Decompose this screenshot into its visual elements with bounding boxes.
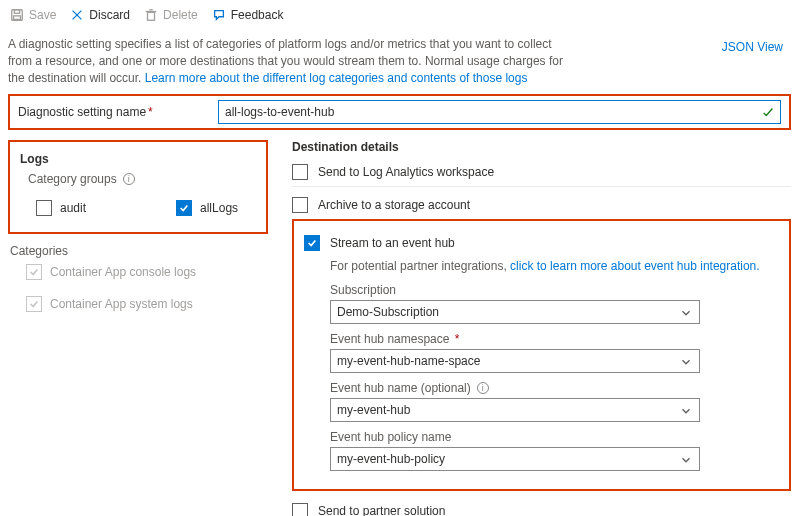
feedback-label: Feedback <box>231 8 284 22</box>
logs-title: Logs <box>20 152 258 166</box>
save-icon <box>10 8 24 22</box>
command-bar: Save Discard Delete Feedback <box>8 6 791 30</box>
console-logs-label: Container App console logs <box>50 265 196 279</box>
policy-select[interactable]: my-event-hub-policy <box>330 447 700 471</box>
subscription-select[interactable]: Demo-Subscription <box>330 300 700 324</box>
audit-label: audit <box>60 201 86 215</box>
feedback-icon <box>212 8 226 22</box>
setting-name-input[interactable] <box>218 100 781 124</box>
categories-heading: Categories <box>10 244 268 258</box>
chevron-down-icon <box>679 404 693 421</box>
delete-label: Delete <box>163 8 198 22</box>
chevron-down-icon <box>679 306 693 323</box>
system-logs-checkbox <box>26 296 42 312</box>
feedback-button[interactable]: Feedback <box>212 8 284 22</box>
event-hub-section: Stream to an event hub For potential par… <box>292 219 791 491</box>
alllogs-checkbox[interactable] <box>176 200 192 216</box>
destination-column: Destination details Send to Log Analytic… <box>292 140 791 516</box>
subscription-label: Subscription <box>330 283 779 297</box>
chevron-down-icon <box>679 453 693 470</box>
save-label: Save <box>29 8 56 22</box>
namespace-label: Event hub namespace * <box>330 332 779 346</box>
policy-value: my-event-hub-policy <box>337 452 445 466</box>
json-view-link[interactable]: JSON View <box>722 40 783 54</box>
divider <box>292 186 791 187</box>
logs-section: Logs Category groups i audit allLogs <box>8 140 268 234</box>
audit-checkbox[interactable] <box>36 200 52 216</box>
partner-note: For potential partner integrations, clic… <box>330 259 779 273</box>
partner-solution-label: Send to partner solution <box>318 504 445 516</box>
partner-solution-checkbox[interactable] <box>292 503 308 516</box>
intro-learn-more-link[interactable]: Learn more about the different log categ… <box>145 71 528 85</box>
destination-title: Destination details <box>292 140 791 154</box>
close-icon <box>70 8 84 22</box>
delete-button[interactable]: Delete <box>144 8 198 22</box>
discard-button[interactable]: Discard <box>70 8 130 22</box>
eventhub-name-label: Event hub name (optional) i <box>330 381 779 395</box>
system-logs-label: Container App system logs <box>50 297 193 311</box>
namespace-value: my-event-hub-name-space <box>337 354 480 368</box>
chevron-down-icon <box>679 355 693 372</box>
setting-name-label: Diagnostic setting name* <box>18 105 218 119</box>
discard-label: Discard <box>89 8 130 22</box>
policy-label: Event hub policy name <box>330 430 779 444</box>
log-analytics-checkbox[interactable] <box>292 164 308 180</box>
intro-text: A diagnostic setting specifies a list of… <box>8 36 568 86</box>
log-analytics-label: Send to Log Analytics workspace <box>318 165 494 179</box>
storage-label: Archive to a storage account <box>318 198 470 212</box>
svg-rect-5 <box>148 12 155 20</box>
storage-checkbox[interactable] <box>292 197 308 213</box>
namespace-select[interactable]: my-event-hub-name-space <box>330 349 700 373</box>
partner-learn-more-link[interactable]: click to learn more about event hub inte… <box>510 259 759 273</box>
console-logs-checkbox <box>26 264 42 280</box>
alllogs-label: allLogs <box>200 201 238 215</box>
logs-column: Logs Category groups i audit allLogs Cat… <box>8 140 268 516</box>
info-icon[interactable]: i <box>123 173 135 185</box>
subscription-value: Demo-Subscription <box>337 305 439 319</box>
category-groups-heading: Category groups i <box>28 172 258 186</box>
eventhub-name-select[interactable]: my-event-hub <box>330 398 700 422</box>
setting-name-row: Diagnostic setting name* <box>8 94 791 130</box>
event-hub-label: Stream to an event hub <box>330 236 455 250</box>
event-hub-checkbox[interactable] <box>304 235 320 251</box>
info-icon[interactable]: i <box>477 382 489 394</box>
svg-rect-1 <box>14 10 19 14</box>
validation-checkmark-icon <box>761 105 775 122</box>
svg-rect-2 <box>14 16 21 20</box>
trash-icon <box>144 8 158 22</box>
save-button[interactable]: Save <box>10 8 56 22</box>
eventhub-name-value: my-event-hub <box>337 403 410 417</box>
